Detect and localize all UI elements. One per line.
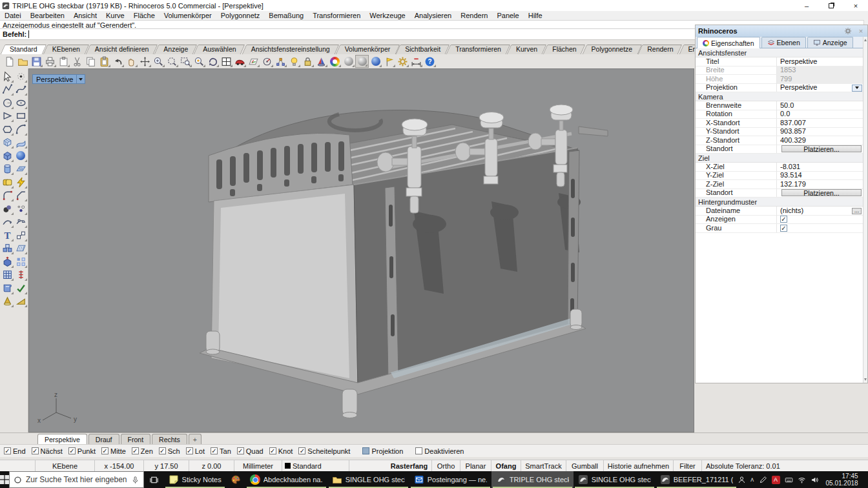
shaded-viewport-icon[interactable] (342, 55, 355, 68)
task-view-button[interactable] (144, 471, 164, 488)
menu-analysieren[interactable]: Analysieren (410, 11, 456, 20)
toolbar-tab-flaechen[interactable]: Flächen (545, 45, 583, 54)
undo-icon[interactable] (111, 55, 125, 68)
keyboard-icon[interactable] (785, 476, 793, 484)
taskbar-chrome-abdeckhauben[interactable]: Abdeckhauben na... (245, 471, 327, 488)
light-tool-icon[interactable] (287, 55, 301, 68)
tab-anzeige[interactable]: Anzeige (807, 37, 853, 48)
prop-value[interactable]: 0.0 (777, 110, 863, 119)
paste-icon[interactable] (98, 55, 111, 68)
platzieren-button[interactable]: Platzieren... (781, 189, 862, 196)
ramp-wedge-icon[interactable] (14, 295, 28, 309)
notes-flag-icon[interactable] (382, 55, 396, 68)
taskbar-explorer-single-ohg[interactable]: SINGLE OHG steck... (327, 471, 409, 488)
taskbar-rhino-beefer[interactable]: BEEFER_171211 (14... (656, 471, 738, 488)
checkbox-icon[interactable] (101, 447, 108, 454)
osnap-zen[interactable]: Zen (132, 447, 153, 455)
prop-value[interactable]: 93.514 (777, 172, 863, 180)
undo-view-change-icon[interactable] (206, 55, 220, 68)
taskbar-search-input[interactable]: Zur Suche Text hier eingeben (9, 471, 144, 488)
new-file-icon[interactable] (3, 55, 16, 68)
print-icon[interactable] (43, 55, 57, 68)
color-wheel-icon[interactable] (328, 55, 342, 68)
osnap-quad[interactable]: Quad (237, 447, 264, 455)
historie-toggle[interactable]: Historie aufnehmen (604, 460, 674, 471)
add-viewport-tab-button[interactable]: + (189, 434, 202, 444)
menu-flaeche[interactable]: Fläche (129, 11, 160, 20)
checkbox-icon[interactable] (237, 447, 244, 454)
cplane-tool-icon[interactable] (247, 55, 260, 68)
copy-icon[interactable] (84, 55, 98, 68)
menu-hilfe[interactable]: Hilfe (524, 11, 547, 20)
platzieren-button[interactable]: Platzieren... (781, 145, 862, 152)
extrude-icon[interactable] (1, 255, 14, 269)
menu-kurve[interactable]: Kurve (101, 11, 129, 20)
tab-ebenen[interactable]: Ebenen (761, 37, 806, 48)
osnap-scheitelpunkt[interactable]: Scheitelpunkt (298, 447, 350, 455)
cone-solid-icon[interactable] (1, 295, 14, 309)
taskbar-clock[interactable]: 17:45 05.01.2018 (823, 473, 861, 487)
grid-array-icon[interactable] (1, 269, 14, 282)
wifi-icon[interactable] (798, 476, 806, 484)
3d-model[interactable] (29, 69, 694, 432)
dimension-icon[interactable] (409, 55, 423, 68)
ortho-toggle[interactable]: Ortho (432, 460, 460, 471)
viewport-tab-perspektive[interactable]: Perspektive (37, 434, 87, 444)
smarttrack-toggle[interactable]: SmartTrack (521, 460, 566, 471)
dropdown-arrow[interactable] (852, 85, 862, 92)
checkbox-icon[interactable] (4, 447, 11, 454)
toolbar-tab-auswaehlen[interactable]: Auswählen (196, 45, 243, 54)
taskbar-mail-posteingang[interactable]: Posteingang — ne... (409, 471, 491, 488)
taskbar-palette-app[interactable] (226, 471, 245, 488)
toolbar-tab-volumenkoerper[interactable]: Volumenkörper (338, 45, 398, 54)
polygon-icon[interactable] (1, 123, 14, 136)
toolbar-tab-kebenen[interactable]: KEbenen (45, 45, 87, 54)
action-center-button[interactable]: 1 (865, 476, 868, 484)
rasterfang-toggle[interactable]: Rasterfang (387, 460, 432, 471)
check-selection-icon[interactable] (14, 281, 28, 295)
osnap-sch[interactable]: Sch (159, 447, 180, 455)
start-button[interactable] (0, 471, 9, 488)
osnap-lot[interactable]: Lot (186, 447, 205, 455)
osnap-punkt[interactable]: Punkt (68, 447, 96, 455)
taskbar-rhino-triple-ohg[interactable]: TRIPLE OHG steck... (491, 471, 574, 488)
help-icon[interactable] (423, 55, 437, 68)
perspective-viewport[interactable]: Perspektive z x y (28, 68, 694, 432)
menu-rendern[interactable]: Rendern (456, 11, 492, 20)
explode-icon[interactable] (14, 176, 28, 189)
rendered-viewport-icon[interactable] (369, 55, 382, 68)
osnap-deaktivieren[interactable]: Deaktivieren (415, 447, 464, 455)
rotate-view-icon[interactable] (138, 55, 152, 68)
viewport-tab-front[interactable]: Front (121, 434, 151, 444)
people-icon[interactable] (738, 476, 746, 484)
open-file-icon[interactable] (16, 55, 30, 68)
car-tool-icon[interactable] (233, 55, 247, 68)
curve-handles-icon[interactable] (14, 216, 28, 229)
sphere-icon[interactable] (14, 149, 28, 163)
prop-value[interactable]: 132.179 (777, 180, 863, 188)
scroll-down-icon[interactable] (864, 378, 867, 381)
panel-scrollbar[interactable] (863, 37, 867, 383)
osnap-projektion[interactable]: Projektion (362, 447, 403, 455)
toolbar-tab-polygonnetze[interactable]: Polygonnetze (584, 45, 640, 54)
minimize-button[interactable]: – (794, 0, 819, 11)
anzeigen-checkbox[interactable] (780, 216, 787, 223)
menu-bearbeiten[interactable]: Bearbeiten (26, 11, 69, 20)
tab-eigenschaften[interactable]: Eigenschaften (697, 37, 760, 48)
toolbar-tab-transformieren[interactable]: Transformieren (448, 45, 508, 54)
osnap-knot[interactable]: Knot (269, 447, 293, 455)
taskbar-rhino-single-ohg[interactable]: SINGLE OHG steck... (574, 471, 656, 488)
fillet-icon[interactable] (1, 189, 14, 203)
zoom-dynamic-icon[interactable] (165, 55, 179, 68)
viewport-title-tab[interactable]: Perspektive (32, 74, 85, 84)
checkbox-icon[interactable] (132, 447, 139, 454)
arc-icon[interactable] (14, 123, 28, 136)
panel-close-icon[interactable]: × (857, 27, 865, 35)
blend-curve-icon[interactable] (1, 216, 14, 229)
checkbox-icon[interactable] (68, 447, 76, 454)
toolbar-tab-sichtbarkeit[interactable]: Sichtbarkeit (398, 45, 448, 54)
osnap-tan[interactable]: Tan (211, 447, 231, 455)
viewport-layout-icon[interactable] (220, 55, 233, 68)
text-object-icon[interactable] (1, 229, 14, 242)
prop-value[interactable]: -8.031 (777, 163, 863, 171)
